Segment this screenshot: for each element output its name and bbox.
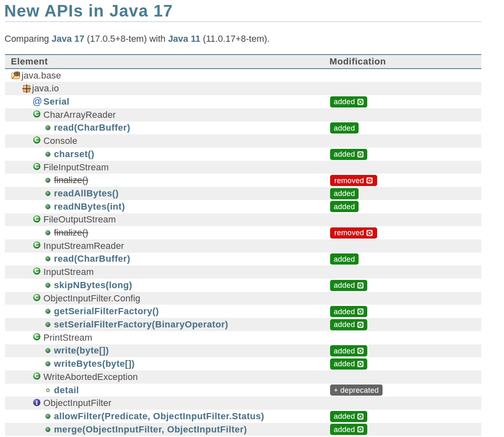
svg-text:C: C [35,163,39,170]
svg-text:C: C [35,268,39,275]
svg-text:I: I [36,399,38,406]
svg-text:C: C [35,373,39,380]
svg-text:C: C [35,110,39,117]
svg-text:C: C [35,294,39,301]
svg-text:C: C [35,137,39,143]
svg-text:C: C [35,333,39,340]
svg-text:C: C [35,241,39,248]
svg-text:C: C [35,215,39,222]
